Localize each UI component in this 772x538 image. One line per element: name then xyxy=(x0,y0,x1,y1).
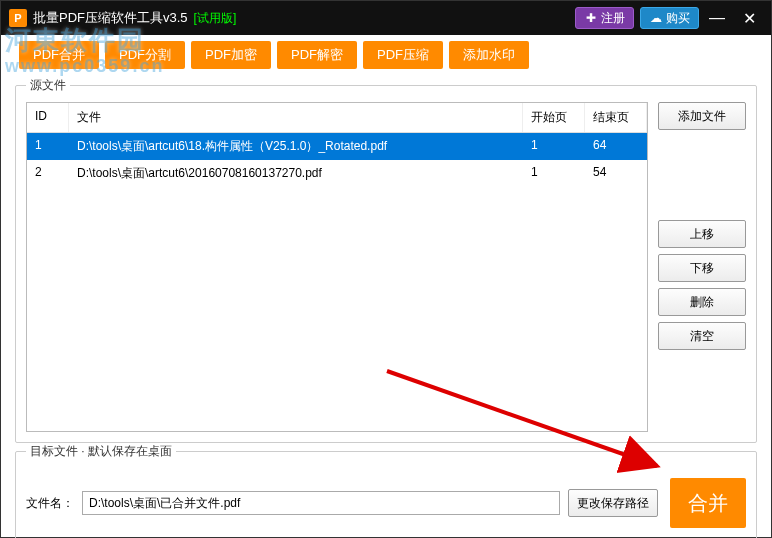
plus-icon: ✚ xyxy=(584,11,598,25)
header-id[interactable]: ID xyxy=(27,103,69,132)
table-body: 1D:\tools\桌面\artcut6\18.构件属性（V25.1.0）_Ro… xyxy=(27,133,647,431)
tab-merge[interactable]: PDF合并 xyxy=(19,41,99,69)
tab-bar: PDF合并 PDF分割 PDF加密 PDF解密 PDF压缩 添加水印 xyxy=(1,35,771,71)
delete-button[interactable]: 删除 xyxy=(658,288,746,316)
source-fieldset: 源文件 ID 文件 开始页 结束页 1D:\tools\桌面\artcut6\1… xyxy=(15,77,757,443)
clear-button[interactable]: 清空 xyxy=(658,322,746,350)
tab-split[interactable]: PDF分割 xyxy=(105,41,185,69)
register-label: 注册 xyxy=(601,10,625,27)
cell-end: 64 xyxy=(585,133,647,160)
filename-input[interactable] xyxy=(82,491,560,515)
cell-end: 54 xyxy=(585,160,647,187)
title-bar: P 批量PDF压缩软件工具v3.5 [试用版] ✚ 注册 ☁ 购买 — ✕ xyxy=(1,1,771,35)
cell-start: 1 xyxy=(523,133,585,160)
tab-decrypt[interactable]: PDF解密 xyxy=(277,41,357,69)
file-table[interactable]: ID 文件 开始页 结束页 1D:\tools\桌面\artcut6\18.构件… xyxy=(26,102,648,432)
cell-id: 2 xyxy=(27,160,69,187)
cell-file: D:\tools\桌面\artcut6\20160708160137270.pd… xyxy=(69,160,523,187)
move-up-button[interactable]: 上移 xyxy=(658,220,746,248)
buy-button[interactable]: ☁ 购买 xyxy=(640,7,699,29)
add-file-button[interactable]: 添加文件 xyxy=(658,102,746,130)
header-end[interactable]: 结束页 xyxy=(585,103,647,132)
header-start[interactable]: 开始页 xyxy=(523,103,585,132)
tab-watermark[interactable]: 添加水印 xyxy=(449,41,529,69)
register-button[interactable]: ✚ 注册 xyxy=(575,7,634,29)
dest-fieldset: 目标文件 · 默认保存在桌面 文件名： 更改保存路径 合并 xyxy=(15,443,757,538)
tab-compress[interactable]: PDF压缩 xyxy=(363,41,443,69)
buy-label: 购买 xyxy=(666,10,690,27)
cell-id: 1 xyxy=(27,133,69,160)
side-button-column: 添加文件 上移 下移 删除 清空 xyxy=(658,102,746,432)
merge-button[interactable]: 合并 xyxy=(670,478,746,528)
close-button[interactable]: ✕ xyxy=(735,4,763,32)
change-path-button[interactable]: 更改保存路径 xyxy=(568,489,658,517)
window-title: 批量PDF压缩软件工具v3.5 xyxy=(33,9,188,27)
dest-legend: 目标文件 · 默认保存在桌面 xyxy=(26,443,176,460)
cloud-icon: ☁ xyxy=(649,11,663,25)
table-row[interactable]: 2D:\tools\桌面\artcut6\20160708160137270.p… xyxy=(27,160,647,187)
table-row[interactable]: 1D:\tools\桌面\artcut6\18.构件属性（V25.1.0）_Ro… xyxy=(27,133,647,160)
app-logo-icon: P xyxy=(9,9,27,27)
move-down-button[interactable]: 下移 xyxy=(658,254,746,282)
app-window: 河東软件园 www.pc0359.cn P 批量PDF压缩软件工具v3.5 [试… xyxy=(0,0,772,538)
source-legend: 源文件 xyxy=(26,77,70,94)
cell-file: D:\tools\桌面\artcut6\18.构件属性（V25.1.0）_Rot… xyxy=(69,133,523,160)
minimize-button[interactable]: — xyxy=(703,4,731,32)
tab-encrypt[interactable]: PDF加密 xyxy=(191,41,271,69)
cell-start: 1 xyxy=(523,160,585,187)
header-file[interactable]: 文件 xyxy=(69,103,523,132)
table-header: ID 文件 开始页 结束页 xyxy=(27,103,647,133)
filename-label: 文件名： xyxy=(26,495,74,512)
trial-badge: [试用版] xyxy=(194,10,237,27)
